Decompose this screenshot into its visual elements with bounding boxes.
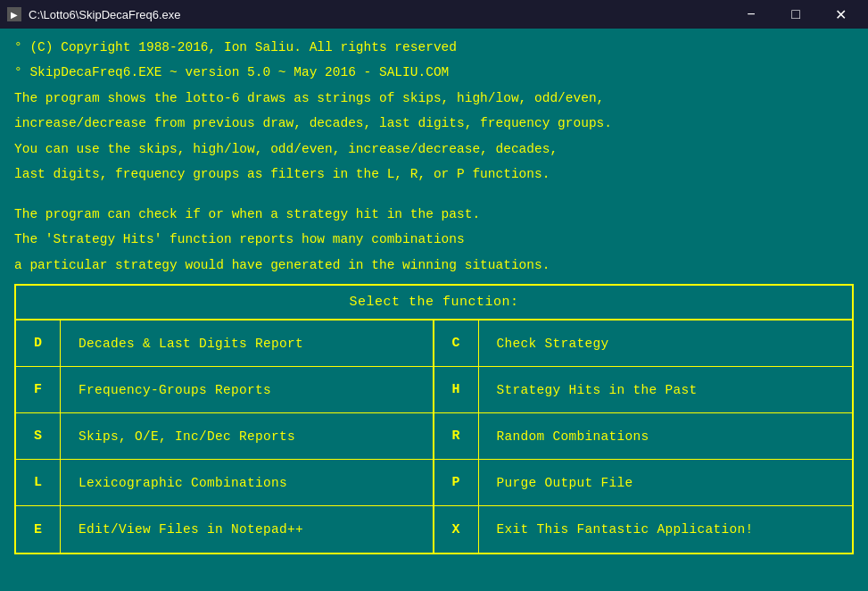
info-line-9: The 'Strategy Hits' function reports how… bbox=[14, 229, 854, 249]
info-line-2: ° SkipDecaFreq6.EXE ~ version 5.0 ~ May … bbox=[14, 62, 854, 82]
info-line-6: last digits, frequency groups as filters… bbox=[14, 164, 854, 184]
menu-key-h: H bbox=[434, 367, 479, 412]
title-bar-icon: ▶ bbox=[7, 7, 21, 21]
menu-container: Select the function: DDecades & Last Dig… bbox=[14, 284, 854, 554]
menu-label-l: Lexicographic Combinations bbox=[61, 476, 305, 490]
menu-header: Select the function: bbox=[16, 286, 852, 320]
menu-label-d: Decades & Last Digits Report bbox=[61, 337, 321, 351]
menu-cell-f[interactable]: FFrequency-Groups Reports bbox=[16, 367, 434, 413]
info-line-3: The program shows the lotto-6 draws as s… bbox=[14, 88, 854, 108]
menu-label-h: Strategy Hits in the Past bbox=[479, 383, 715, 397]
minimize-button[interactable]: − bbox=[731, 0, 772, 29]
menu-label-c: Check Strategy bbox=[479, 337, 627, 351]
main-content: ° (C) Copyright 1988-2016, Ion Saliu. Al… bbox=[0, 29, 868, 591]
menu-key-c: C bbox=[434, 320, 479, 366]
menu-key-e: E bbox=[16, 506, 61, 553]
menu-label-p: Purge Output File bbox=[479, 476, 651, 490]
menu-label-r: Random Combinations bbox=[479, 429, 667, 444]
menu-grid: DDecades & Last Digits ReportCCheck Stra… bbox=[16, 320, 852, 553]
menu-key-r: R bbox=[434, 413, 479, 459]
menu-label-f: Frequency-Groups Reports bbox=[61, 383, 289, 397]
menu-cell-c[interactable]: CCheck Strategy bbox=[434, 320, 853, 367]
menu-cell-d[interactable]: DDecades & Last Digits Report bbox=[16, 320, 434, 367]
info-line-5: You can use the skips, high/low, odd/eve… bbox=[14, 139, 854, 159]
menu-label-s: Skips, O/E, Inc/Dec Reports bbox=[61, 429, 313, 444]
info-line-10: a particular strategy would have generat… bbox=[14, 255, 854, 275]
menu-key-s: S bbox=[16, 413, 61, 459]
menu-label-e: Edit/View Files in Notepad++ bbox=[61, 522, 321, 537]
maximize-button[interactable]: □ bbox=[775, 0, 816, 29]
title-bar-title: C:\Lotto6\SkipDecaFreq6.exe bbox=[29, 8, 181, 21]
menu-cell-s[interactable]: SSkips, O/E, Inc/Dec Reports bbox=[16, 413, 434, 460]
menu-key-d: D bbox=[16, 320, 61, 366]
info-line-1: ° (C) Copyright 1988-2016, Ion Saliu. Al… bbox=[14, 37, 854, 57]
info-line-8: The program can check if or when a strat… bbox=[14, 204, 854, 224]
menu-cell-e[interactable]: EEdit/View Files in Notepad++ bbox=[16, 506, 434, 553]
close-button[interactable]: ✕ bbox=[820, 0, 861, 29]
menu-key-p: P bbox=[434, 460, 479, 505]
menu-key-f: F bbox=[16, 367, 61, 412]
menu-cell-p[interactable]: PPurge Output File bbox=[434, 460, 853, 506]
menu-key-l: L bbox=[16, 460, 61, 505]
menu-cell-x[interactable]: XExit This Fantastic Application! bbox=[434, 506, 853, 553]
menu-label-x: Exit This Fantastic Application! bbox=[479, 522, 772, 537]
title-bar: ▶ C:\Lotto6\SkipDecaFreq6.exe − □ ✕ bbox=[0, 0, 868, 29]
menu-cell-r[interactable]: RRandom Combinations bbox=[434, 413, 853, 460]
menu-cell-h[interactable]: HStrategy Hits in the Past bbox=[434, 367, 853, 413]
info-line-4: increase/decrease from previous draw, de… bbox=[14, 113, 854, 133]
menu-key-x: X bbox=[434, 506, 479, 553]
menu-cell-l[interactable]: LLexicographic Combinations bbox=[16, 460, 434, 506]
